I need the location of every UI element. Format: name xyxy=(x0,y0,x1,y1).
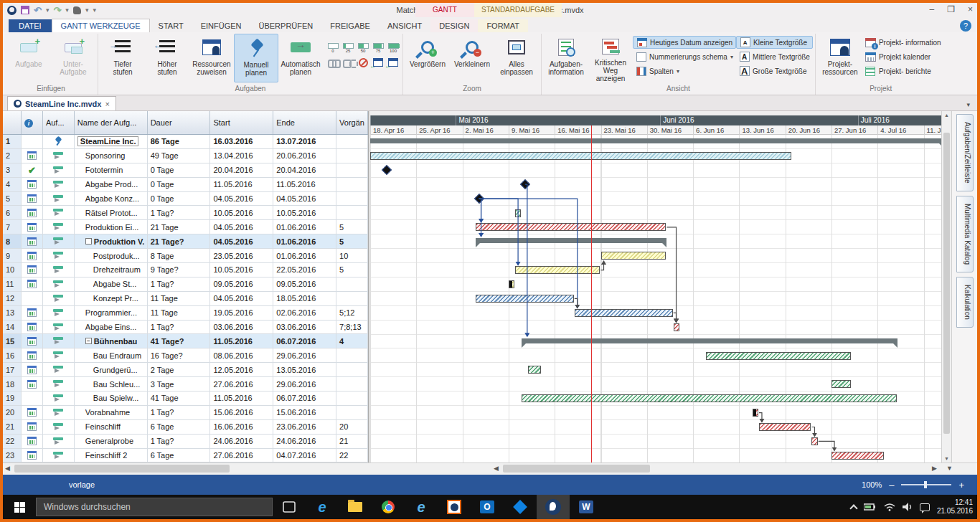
task-name-cell[interactable]: Sponsoring xyxy=(75,149,148,163)
table-row-6[interactable]: 6Rätsel Protot...1 Tag?10.05.201610.05.2… xyxy=(3,206,368,220)
text-medium-button[interactable]: AMittlere Textgröße xyxy=(736,50,813,63)
start-date-cell[interactable]: 13.04.2016 xyxy=(210,149,273,163)
table-row-12[interactable]: 12Konzept Pr...11 Tage04.05.201618.05.20… xyxy=(3,292,368,306)
duration-cell[interactable]: 49 Tage xyxy=(148,149,211,163)
duration-cell[interactable]: 8 Tage xyxy=(148,249,211,262)
column-header-Vorgän[interactable]: Vorgän xyxy=(336,111,368,134)
show-critical-path-button[interactable]: Kritischen Weg anzeigen xyxy=(588,34,633,82)
task-bar-9[interactable] xyxy=(601,252,666,260)
outlook-button[interactable]: O xyxy=(471,495,504,519)
vertical-scroll-thumb[interactable] xyxy=(943,133,950,434)
taskbar-search-box[interactable]: Windows durchsuchen xyxy=(36,498,273,516)
end-date-cell[interactable]: 06.07.2016 xyxy=(273,334,336,348)
end-date-cell[interactable]: 10.05.2016 xyxy=(273,206,336,219)
row-number[interactable]: 16 xyxy=(3,348,22,362)
document-close-icon[interactable]: × xyxy=(105,100,109,108)
ribbon-tab-datei[interactable]: DATEI xyxy=(9,19,52,32)
predecessor-cell[interactable]: 20 xyxy=(336,420,368,434)
task-name-cell[interactable]: Produktion V... xyxy=(75,234,148,248)
row-number[interactable]: 8 xyxy=(3,234,22,248)
task-name-cell[interactable]: Abgabe Konz... xyxy=(75,192,148,206)
subtask-add-button[interactable]: Unter- Aufgabe xyxy=(51,34,95,82)
start-date-cell[interactable]: 04.05.2016 xyxy=(210,220,273,234)
scroll-down-icon[interactable]: ▼ xyxy=(942,456,951,461)
duration-cell[interactable]: 41 Tage? xyxy=(148,334,211,348)
zoom-out-button[interactable]: – xyxy=(889,480,894,490)
task-name[interactable]: SteamLine Inc. xyxy=(77,136,139,146)
tray-expand-icon[interactable] xyxy=(849,504,857,512)
end-date-cell[interactable]: 11.05.2016 xyxy=(273,178,336,191)
task-name-cell[interactable]: Drehzeitraum xyxy=(75,263,148,277)
table-row-15[interactable]: 15−Bühnenbau41 Tage?11.05.201606.07.2016… xyxy=(3,334,368,348)
table-scroll-left-icon[interactable]: ◀ xyxy=(5,465,10,472)
row-number[interactable]: 19 xyxy=(3,392,22,405)
task-bar-6[interactable] xyxy=(515,209,521,217)
task-name[interactable]: Konzept Pr... xyxy=(93,294,138,303)
task-name-cell[interactable]: Abgabe St... xyxy=(75,277,148,291)
row-number[interactable]: 4 xyxy=(3,178,22,191)
task-name-cell[interactable]: Grundgerü... xyxy=(75,363,148,376)
end-date-cell[interactable]: 06.07.2016 xyxy=(273,392,336,405)
columns-button[interactable]: Spalten▾ xyxy=(633,65,736,77)
progress-100-button[interactable]: 100 xyxy=(386,38,400,54)
assign-resources-button[interactable]: Ressourcen zuweisen xyxy=(189,34,234,82)
task-name-cell[interactable]: Fototermin xyxy=(75,163,148,177)
milestone-4[interactable] xyxy=(520,179,530,189)
task-bar-2[interactable] xyxy=(370,152,791,160)
predecessor-cell[interactable]: 7;8;13 xyxy=(336,321,368,334)
milestone-5[interactable] xyxy=(473,194,484,204)
notification-icon[interactable] xyxy=(920,503,930,511)
chart-scroll-left-icon[interactable]: ◀ xyxy=(494,465,499,472)
restore-button[interactable]: ❐ xyxy=(947,4,955,14)
row-number[interactable]: 14 xyxy=(3,321,22,334)
start-date-cell[interactable]: 12.05.2016 xyxy=(210,363,273,376)
redo-icon[interactable]: ↷ xyxy=(53,5,61,16)
summary-bar-15[interactable] xyxy=(522,338,897,343)
mindview-running-button[interactable] xyxy=(537,495,570,519)
project-resources-button[interactable]: Projekt- ressourcen xyxy=(818,34,862,82)
task-bar-14[interactable] xyxy=(674,323,679,331)
ribbon-tab--berpr-fen[interactable]: ÜBERPRÜFEN xyxy=(250,19,322,32)
ribbon-tab-ansicht[interactable]: ANSICHT xyxy=(379,19,430,32)
task-name-cell[interactable]: Programmier... xyxy=(75,306,148,320)
task-name[interactable]: Abgabe Prod... xyxy=(85,180,138,189)
predecessor-cell[interactable]: 5 xyxy=(336,263,368,277)
row-number[interactable]: 12 xyxy=(3,292,22,305)
close-button[interactable]: × xyxy=(968,4,973,14)
end-date-cell[interactable]: 23.06.2016 xyxy=(273,420,336,434)
project-calendar-button[interactable]: Projekt kalender xyxy=(862,50,944,63)
wifi-icon[interactable] xyxy=(884,503,895,511)
task-bar-13[interactable] xyxy=(575,309,673,317)
side-tab-aufgaben-zeitleiste[interactable]: Aufgaben/Zeitleiste xyxy=(956,114,974,191)
row-number[interactable]: 20 xyxy=(3,406,22,419)
task-bar-17[interactable] xyxy=(528,366,540,374)
start-date-cell[interactable]: 11.05.2016 xyxy=(210,178,273,191)
table-row-22[interactable]: 22Generalprobe1 Tag?24.06.201624.06.2016… xyxy=(3,435,368,449)
link-tasks-button[interactable] xyxy=(326,54,340,70)
task-name[interactable]: Grundgerü... xyxy=(93,366,138,374)
predecessor-cell[interactable]: 21 xyxy=(336,435,368,448)
table-row-21[interactable]: 21Feinschliff6 Tage16.06.201623.06.20162… xyxy=(3,420,368,435)
predecessor-cell[interactable] xyxy=(336,348,368,362)
task-name[interactable]: Feinschliff 2 xyxy=(85,451,128,460)
start-date-cell[interactable]: 16.03.2016 xyxy=(210,135,273,148)
predecessor-cell[interactable] xyxy=(336,277,368,291)
task-name[interactable]: Programmier... xyxy=(85,308,137,317)
row-number[interactable]: 2 xyxy=(3,149,22,163)
start-date-cell[interactable]: 23.05.2016 xyxy=(210,249,273,262)
row-number[interactable]: 15 xyxy=(3,334,22,348)
duration-cell[interactable]: 3 Tage xyxy=(148,377,211,391)
task-name-cell[interactable]: Abgabe Prod... xyxy=(75,178,148,191)
row-number[interactable]: 1 xyxy=(3,135,22,148)
ribbon-tab-start[interactable]: START xyxy=(150,19,192,32)
row-number[interactable]: 13 xyxy=(3,306,22,320)
table-row-7[interactable]: 7Produktion Ei...21 Tage04.05.201601.06.… xyxy=(3,220,368,234)
speaker-icon[interactable] xyxy=(903,503,913,511)
row-number[interactable]: 9 xyxy=(3,249,22,262)
mindview-demo-button[interactable] xyxy=(438,495,471,519)
task-name-cell[interactable]: Generalprobe xyxy=(75,435,148,448)
undo-icon[interactable]: ↶ xyxy=(34,5,42,16)
row-number[interactable]: 7 xyxy=(3,220,22,234)
task-bar-23[interactable] xyxy=(831,452,883,460)
summary-bar-1[interactable] xyxy=(370,138,941,143)
